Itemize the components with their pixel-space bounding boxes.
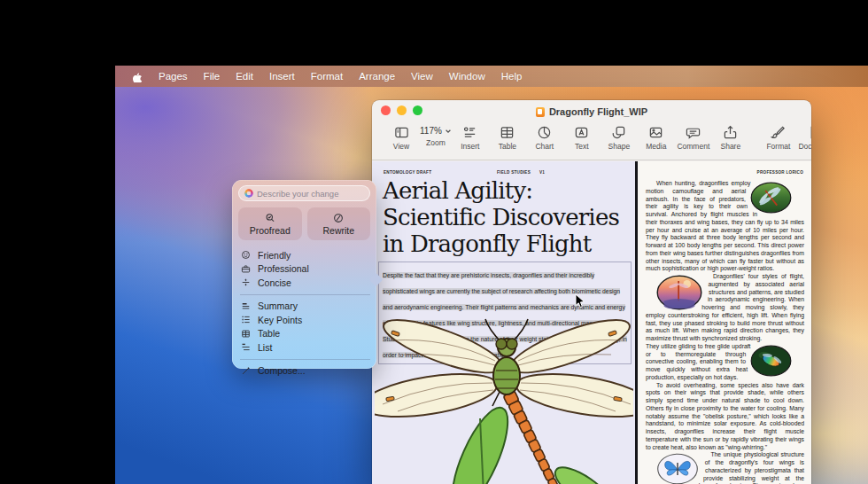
apple-intelligence-icon bbox=[244, 189, 253, 198]
toolbar-button-label: Comment bbox=[677, 142, 709, 151]
table-icon bbox=[500, 125, 515, 140]
dragonfly-illustration[interactable] bbox=[375, 312, 633, 484]
toolbar-button[interactable]: Format bbox=[760, 121, 797, 151]
insert-icon bbox=[462, 125, 477, 140]
writing-tools-action-button[interactable]: Proofread bbox=[238, 207, 302, 240]
apple-menu[interactable] bbox=[131, 70, 143, 83]
toolbar-button[interactable]: Shape bbox=[601, 121, 638, 151]
toolbar-button[interactable]: Table bbox=[489, 121, 526, 151]
input-placeholder: Describe your change bbox=[257, 189, 338, 199]
menu-item[interactable]: File bbox=[204, 71, 221, 82]
menu-item[interactable]: Arrange bbox=[359, 71, 395, 82]
toolbar-button[interactable]: Share bbox=[712, 121, 749, 151]
writing-tools-menu-item[interactable]: Concise bbox=[238, 276, 370, 290]
toolbar: View 117% Zoom Insert Table Chart Text bbox=[372, 120, 811, 160]
describe-change-input[interactable]: Describe your change bbox=[238, 185, 370, 201]
action-label: Proofread bbox=[250, 225, 291, 236]
window-titlebar[interactable]: Dragonfly Flight_WIP bbox=[372, 100, 811, 120]
article-paragraph[interactable]: They utilize gliding to free glide updra… bbox=[646, 343, 804, 382]
writing-tools-menu-item[interactable]: Table bbox=[238, 327, 370, 341]
menu-item[interactable]: Edit bbox=[236, 71, 253, 82]
toolbar-button-label: Media bbox=[646, 142, 666, 151]
traffic-lights bbox=[381, 105, 422, 115]
toolbar-left: View bbox=[383, 121, 420, 151]
menu-item-label: Key Points bbox=[258, 315, 302, 325]
toolbar-button[interactable]: View bbox=[383, 121, 420, 151]
writing-tools-popup: Describe your change Proofread Rewrite F… bbox=[232, 180, 376, 369]
document-page-2[interactable]: PROFESSOR LORICO When hunting, dragonfli… bbox=[638, 161, 811, 484]
toolbar-button-label: Format bbox=[766, 142, 790, 151]
byline: PROFESSOR LORICO bbox=[757, 170, 803, 175]
share-icon bbox=[723, 125, 738, 140]
minimize-button[interactable] bbox=[397, 105, 407, 115]
media-icon bbox=[648, 125, 663, 140]
writing-tools-menu-item[interactable]: Summary bbox=[238, 300, 370, 314]
green-dragonfly-oval[interactable] bbox=[750, 182, 792, 214]
rewrite-icon bbox=[333, 213, 344, 223]
popup-divider bbox=[240, 359, 370, 360]
toolbar-button-label: Shape bbox=[608, 142, 631, 151]
writing-tools-menu-item[interactable]: Key Points bbox=[238, 313, 370, 327]
compose-menu-item[interactable]: Compose... bbox=[238, 364, 370, 379]
butterfly-oval[interactable] bbox=[655, 453, 701, 484]
menu-item[interactable]: Window bbox=[449, 71, 485, 82]
smiley-icon bbox=[241, 250, 251, 260]
compose-menu: Compose... bbox=[238, 364, 370, 379]
writing-tools-action-button[interactable]: Rewrite bbox=[307, 207, 371, 240]
action-label: Rewrite bbox=[322, 225, 354, 236]
pages-document-icon bbox=[536, 107, 545, 117]
article-paragraph[interactable]: When hunting, dragonflies employ motion … bbox=[646, 180, 804, 273]
menu-item[interactable]: View bbox=[411, 71, 433, 82]
kicker-right: V1 bbox=[539, 170, 545, 175]
toolbar-button-label: Insert bbox=[461, 142, 479, 151]
toolbar-right: Format Document bbox=[760, 121, 811, 151]
popup-divider bbox=[240, 294, 370, 295]
menu-item-label: Friendly bbox=[258, 250, 291, 261]
menu-item[interactable]: Pages bbox=[159, 71, 188, 82]
concise-icon bbox=[241, 277, 251, 287]
toolbar-button[interactable]: Comment bbox=[675, 121, 712, 151]
menu-item-label: Compose... bbox=[258, 365, 306, 376]
menu-item[interactable]: Help bbox=[501, 71, 523, 82]
menu-item[interactable]: Format bbox=[311, 71, 343, 82]
fullscreen-button[interactable] bbox=[413, 105, 422, 115]
writing-tools-actions: Proofread Rewrite bbox=[238, 207, 370, 240]
document-canvas: ENTOMOLOGY DRAFT FIELD STUDIES V1 Aerial… bbox=[372, 161, 811, 484]
menu-item[interactable]: Insert bbox=[269, 71, 295, 82]
desktop-wallpaper: PagesFileEditInsertFormatArrangeViewWind… bbox=[115, 66, 868, 484]
format-icon bbox=[771, 125, 786, 140]
article-paragraph[interactable]: The unique physiological structure of th… bbox=[646, 451, 804, 484]
comment-icon bbox=[686, 125, 701, 140]
zoom-label: Zoom bbox=[426, 138, 446, 147]
writing-tools-menu-item[interactable]: Friendly bbox=[238, 248, 370, 262]
zoom-control[interactable]: 117% Zoom bbox=[420, 121, 452, 147]
toolbar-button[interactable]: Text bbox=[563, 121, 601, 151]
kicker-left: ENTOMOLOGY DRAFT bbox=[384, 170, 431, 175]
toolbar-button[interactable]: Insert bbox=[452, 121, 489, 151]
writing-tools-menu-item[interactable]: List bbox=[238, 340, 370, 355]
sunset-dragonfly-oval[interactable] bbox=[655, 275, 704, 310]
toolbar-button[interactable]: Chart bbox=[526, 121, 563, 151]
close-button[interactable] bbox=[381, 105, 391, 115]
article-paragraph[interactable]: To avoid overheating, some species also … bbox=[646, 382, 804, 452]
article-paragraph[interactable]: Dragonflies' four styles of flight, augm… bbox=[646, 273, 804, 343]
toolbar-button-label: Table bbox=[499, 142, 516, 151]
pages-window: Dragonfly Flight_WIP View 117% Zoom Inse… bbox=[372, 100, 811, 484]
compose-icon bbox=[241, 366, 251, 376]
writing-tools-menu-item[interactable]: Professional bbox=[238, 262, 370, 277]
transform-menu: Summary Key Points Table List bbox=[238, 300, 370, 355]
toolbar-center: Insert Table Chart Text Shape Media Comm… bbox=[452, 121, 749, 151]
toolbar-button-label: View bbox=[393, 142, 409, 151]
toolbar-button[interactable]: Media bbox=[638, 121, 675, 151]
window-title: Dragonfly Flight_WIP bbox=[549, 106, 647, 117]
summary-icon bbox=[241, 301, 251, 311]
toolbar-button[interactable]: Document bbox=[797, 121, 811, 151]
toolbar-button-label: Chart bbox=[535, 142, 554, 151]
screenshot-canvas: PagesFileEditInsertFormatArrangeViewWind… bbox=[0, 0, 868, 484]
sidebar-icon bbox=[394, 125, 409, 140]
beetle-dragonfly-oval[interactable] bbox=[750, 345, 792, 377]
text-icon bbox=[574, 125, 589, 140]
document-heading[interactable]: Aerial Agility: Scientific Discoveries i… bbox=[383, 177, 629, 257]
list-icon bbox=[241, 342, 251, 352]
document-page-1[interactable]: ENTOMOLOGY DRAFT FIELD STUDIES V1 Aerial… bbox=[372, 161, 635, 484]
